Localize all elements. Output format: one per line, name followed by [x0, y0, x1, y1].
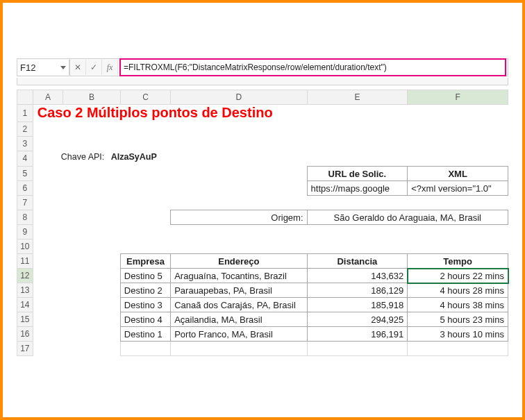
cell-endereco[interactable]: Parauapebas, PA, Brasil [171, 283, 306, 297]
cell-distancia[interactable]: 143,632 [308, 269, 408, 283]
formula-bar: F12 ✕ ✓ fx =FILTROXML(F6;"DistanceMatrix… [17, 58, 508, 76]
col-header[interactable]: A [33, 90, 62, 105]
cell-tempo[interactable]: 4 hours 38 mins [408, 298, 508, 312]
api-key-label: Chave API: [61, 152, 105, 162]
cell-distancia[interactable]: 294,925 [308, 312, 408, 326]
col-empresa: Empresa [121, 254, 170, 268]
cell-tempo[interactable]: 5 hours 23 mins [408, 312, 508, 326]
cell-distancia[interactable]: 185,918 [308, 298, 408, 312]
row-header[interactable]: 5 [17, 167, 33, 181]
row-header[interactable]: 2 [17, 121, 33, 136]
row-header[interactable]: 7 [17, 196, 33, 210]
cell-empresa[interactable]: Destino 1 [121, 327, 170, 341]
api-key-value: AIzaSyAuP [111, 152, 157, 162]
row-header[interactable]: 12 [17, 269, 33, 283]
row-header[interactable]: 16 [17, 327, 33, 342]
row-header[interactable]: 6 [17, 181, 33, 196]
origin-label: Origem: [171, 210, 306, 224]
col-distancia: Distancia [308, 254, 408, 268]
cell-endereco[interactable]: Açailandia, MA, Brasil [171, 312, 306, 326]
page-title: Caso 2 Múltiplos pontos de Destino [38, 105, 273, 121]
cell-empresa[interactable]: Destino 3 [121, 298, 170, 312]
row-header[interactable]: 14 [17, 298, 33, 312]
cell-empresa[interactable]: Destino 2 [121, 283, 170, 297]
col-tempo: Tempo [408, 254, 508, 268]
row-header[interactable]: 17 [17, 342, 33, 356]
origin-value[interactable]: São Geraldo do Araguaia, MA, Brasil [308, 210, 508, 224]
xml-header: XML [408, 167, 508, 180]
row-header[interactable]: 15 [17, 312, 33, 327]
col-header[interactable]: E [307, 90, 408, 105]
row-header[interactable]: 8 [17, 210, 33, 225]
row-header[interactable]: 3 [17, 136, 33, 151]
cell-distancia[interactable]: 186,129 [308, 283, 408, 297]
worksheet[interactable]: A B C D E F 1 Caso 2 Múltiplos pontos de… [17, 90, 508, 356]
url-value[interactable]: https://maps.google [308, 181, 408, 195]
col-header[interactable]: B [63, 90, 121, 105]
row-header[interactable]: 13 [17, 283, 33, 298]
fx-icon[interactable]: fx [102, 60, 118, 75]
cell-empresa[interactable]: Destino 4 [121, 312, 170, 326]
row-header[interactable]: 1 [17, 105, 33, 122]
col-header[interactable]: C [120, 90, 170, 105]
app-frame: F12 ✕ ✓ fx =FILTROXML(F6;"DistanceMatrix… [0, 0, 525, 420]
xml-value[interactable]: <?xml version="1.0" [408, 181, 508, 195]
cell-distancia[interactable]: 196,191 [308, 327, 408, 341]
accept-icon[interactable]: ✓ [86, 60, 102, 75]
cell-empresa[interactable]: Destino 5 [121, 269, 170, 283]
chevron-down-icon[interactable] [60, 66, 66, 69]
url-header: URL de Solic. [308, 167, 408, 180]
row-header[interactable]: 9 [17, 225, 33, 240]
column-header-row: A B C D E F [17, 90, 508, 105]
cell-endereco[interactable]: Canaã dos Carajás, PA, Brasil [171, 298, 306, 312]
cell-tempo[interactable]: 4 hours 28 mins [408, 283, 508, 297]
cell-tempo[interactable]: 3 hours 10 mins [408, 327, 508, 341]
row-header[interactable]: 10 [17, 240, 33, 254]
formula-text: =FILTROXML(F6;"DistanceMatrixResponse/ro… [124, 62, 387, 72]
col-header[interactable]: D [171, 90, 307, 105]
cell-tempo-selected[interactable]: 2 hours 22 mins [408, 269, 508, 283]
row-header[interactable]: 11 [17, 254, 33, 269]
cancel-icon[interactable]: ✕ [70, 60, 86, 75]
formula-input[interactable]: =FILTROXML(F6;"DistanceMatrixResponse/ro… [119, 58, 506, 76]
col-header[interactable]: F [408, 90, 508, 105]
formula-expand-bar[interactable] [17, 78, 508, 85]
name-box-value: F12 [20, 62, 35, 73]
row-header[interactable]: 4 [17, 151, 33, 167]
cell-endereco[interactable]: Araguaína, Tocantins, Brazil [171, 269, 306, 283]
select-all-corner[interactable] [17, 90, 33, 105]
cell-endereco[interactable]: Porto Franco, MA, Brasil [171, 327, 306, 341]
name-box[interactable]: F12 [17, 60, 69, 75]
col-endereco: Endereço [171, 254, 306, 268]
